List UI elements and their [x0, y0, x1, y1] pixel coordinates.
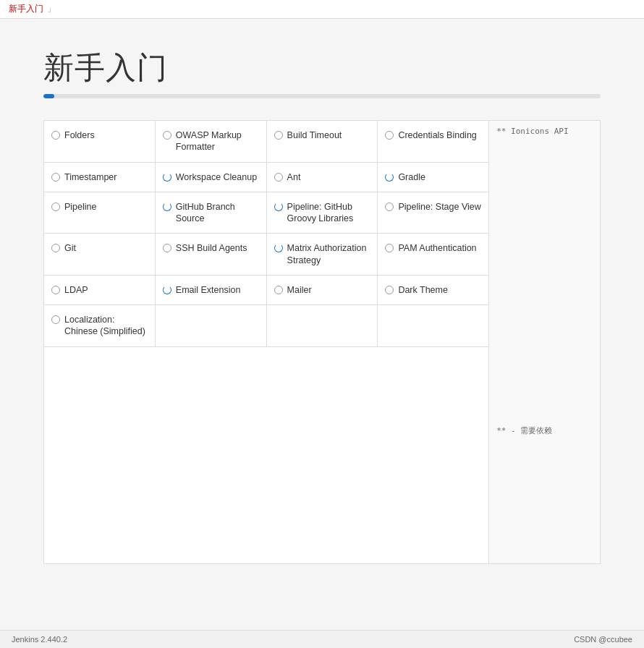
col2-cell1: OWASP Markup Formatter — [155, 121, 266, 163]
col4-cell1: Credentials Binding — [378, 121, 489, 163]
col4-cell3: Pipeline: Stage View — [378, 192, 489, 234]
col1-cell5: LDAP — [44, 275, 156, 304]
plugin-item-folders: Folders — [51, 127, 148, 144]
plugin-name: Folders — [64, 129, 95, 141]
plugin-name: Pipeline: Stage View — [398, 201, 480, 213]
plugin-name: Ant — [287, 171, 301, 183]
plugin-name: Credentials Binding — [398, 129, 476, 141]
main-content: 新手入门 Folders OWASP Markup Formatter — [0, 19, 644, 579]
plugin-item-github-branch: GitHub Branch Source — [163, 198, 259, 228]
plugin-name: Gradle — [398, 171, 425, 183]
col1-cell2: Timestamper — [44, 162, 156, 192]
plugin-item-pipeline-stage: Pipeline: Stage View — [385, 198, 481, 216]
note-dependency: ** - 需要依赖 — [496, 425, 593, 436]
plugin-item-credentials: Credentials Binding — [385, 127, 481, 144]
plugin-name: Pipeline: GitHub Groovy Libraries — [287, 201, 370, 225]
plugin-status-icon — [163, 131, 171, 140]
plugin-name: GitHub Branch Source — [176, 201, 259, 225]
plugin-status-icon — [274, 286, 283, 294]
col2-cell5: Email Extension — [155, 275, 266, 304]
plugin-item-timestamper: Timestamper — [51, 169, 148, 186]
plugin-item-owasp: OWASP Markup Formatter — [163, 127, 259, 156]
plugin-status-icon — [385, 131, 394, 140]
plugin-name: LDAP — [64, 284, 88, 296]
col1-cell4: Git — [44, 234, 156, 276]
plugin-status-icon — [274, 173, 283, 182]
plugin-name: Workspace Cleanup — [176, 171, 257, 183]
col3-cell3: Pipeline: GitHub Groovy Libraries — [266, 192, 378, 234]
plugin-item-workspace: Workspace Cleanup — [163, 169, 259, 186]
col4-cell6 — [378, 305, 489, 347]
col2-cell3: GitHub Branch Source — [155, 192, 266, 234]
plugin-name: OWASP Markup Formatter — [176, 129, 259, 153]
plugin-status-icon — [385, 244, 394, 252]
plugin-item-pipeline-groovy: Pipeline: GitHub Groovy Libraries — [274, 198, 370, 228]
plugin-item-matrix-auth: Matrix Authorization Strategy — [274, 239, 370, 269]
empty-space — [44, 346, 489, 563]
breadcrumb-item[interactable]: 新手入门 — [9, 4, 43, 14]
plugin-name: Dark Theme — [398, 284, 448, 296]
plugin-status-icon — [51, 286, 60, 294]
plugin-grid: Folders OWASP Markup Formatter Build Tim… — [43, 120, 601, 564]
plugin-item-dark-theme: Dark Theme — [385, 281, 481, 299]
breadcrumb-sep: 」 — [47, 4, 56, 14]
plugin-status-icon-spinning — [163, 202, 171, 211]
plugin-status-icon — [51, 315, 60, 324]
plugin-status-icon-spinning — [163, 173, 171, 182]
breadcrumb: 新手入门 」 — [0, 0, 644, 19]
plugin-grid-row-1: Folders OWASP Markup Formatter Build Tim… — [44, 121, 601, 163]
col3-cell4: Matrix Authorization Strategy — [266, 234, 378, 276]
plugin-status-icon-spinning — [163, 286, 171, 294]
col1-cell6: Localization: Chinese (Simplified) — [44, 305, 156, 347]
plugin-status-icon — [51, 173, 60, 182]
col3-cell1: Build Timeout — [266, 121, 378, 163]
plugin-name: Build Timeout — [287, 129, 342, 141]
plugin-name: SSH Build Agents — [176, 242, 247, 254]
page-title: 新手入门 — [43, 48, 601, 88]
progress-bar-container — [43, 94, 601, 98]
plugin-item-ant: Ant — [274, 169, 370, 186]
col3-cell2: Ant — [266, 162, 378, 192]
plugin-name: Pipeline — [64, 201, 96, 213]
col2-cell6 — [155, 305, 266, 347]
plugin-item-buildtimeout: Build Timeout — [274, 127, 370, 144]
col4-cell5: Dark Theme — [378, 275, 489, 304]
plugin-status-icon-spinning — [274, 244, 283, 252]
plugin-status-icon — [274, 131, 283, 140]
col4-cell2: Gradle — [378, 162, 489, 192]
col1-cell3: Pipeline — [44, 192, 156, 234]
col4-cell4: PAM Authentication — [378, 234, 489, 276]
plugin-item-mailer: Mailer — [274, 281, 370, 299]
plugin-status-icon — [385, 286, 394, 294]
plugin-item-git: Git — [51, 239, 148, 257]
plugin-item-pam: PAM Authentication — [385, 239, 481, 257]
plugin-status-icon — [51, 131, 60, 140]
col3-cell5: Mailer — [266, 275, 378, 304]
col5-notes: ** Ionicons API ** - 需要依赖 — [489, 121, 601, 564]
col2-cell4: SSH Build Agents — [155, 234, 266, 276]
col3-cell6 — [266, 305, 378, 347]
plugin-name: Git — [64, 242, 76, 254]
plugin-item-email-ext: Email Extension — [163, 281, 259, 299]
plugin-item-ssh: SSH Build Agents — [163, 239, 259, 257]
plugin-name: Matrix Authorization Strategy — [287, 242, 370, 266]
note-ionicons: ** Ionicons API — [496, 127, 593, 136]
plugin-status-icon — [385, 202, 394, 211]
plugin-item-localization: Localization: Chinese (Simplified) — [51, 311, 148, 341]
plugin-status-icon — [51, 202, 60, 211]
plugin-status-icon-spinning — [385, 173, 394, 182]
col2-cell2: Workspace Cleanup — [155, 162, 266, 192]
plugin-name: Timestamper — [64, 171, 116, 183]
plugin-status-icon — [163, 244, 171, 252]
plugin-name: Localization: Chinese (Simplified) — [64, 314, 148, 338]
plugin-name: Email Extension — [176, 284, 241, 296]
plugin-status-icon — [51, 244, 60, 252]
plugin-item-pipeline: Pipeline — [51, 198, 148, 216]
plugin-name: PAM Authentication — [398, 242, 476, 254]
plugin-item-gradle: Gradle — [385, 169, 481, 186]
col1-cell1: Folders — [44, 121, 156, 163]
plugin-item-ldap: LDAP — [51, 281, 148, 299]
progress-bar-fill — [43, 94, 54, 98]
plugin-name: Mailer — [287, 284, 312, 296]
plugin-status-icon-spinning — [274, 202, 283, 211]
